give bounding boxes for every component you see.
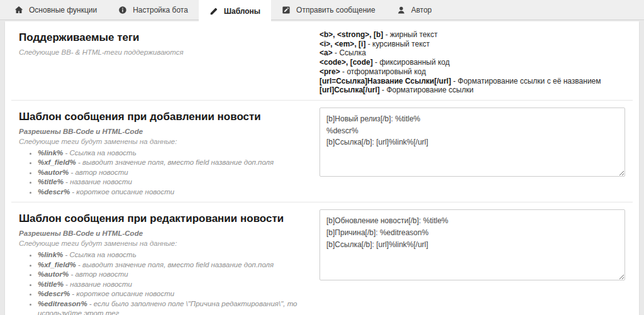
allowed-codes-note: Разрешены BB-Code и HTML-Code <box>19 128 312 135</box>
replace-hint: Следующие теги будут заменены на данные: <box>19 138 312 145</box>
section-title: Поддерживаемые теги <box>19 31 312 44</box>
tab-send-message[interactable]: Отправить сообщение <box>271 0 386 19</box>
tag-row: <i>, <em>, [i] - курсивный текст <box>319 40 625 49</box>
tab-label: Основные функции <box>29 6 97 14</box>
list-item: %link% - Ссылка на новость <box>38 250 312 260</box>
tab-author[interactable]: Автор <box>386 0 443 19</box>
tab-label: Отправить сообщение <box>296 6 375 14</box>
tab-templates[interactable]: Шаблоны <box>199 0 271 23</box>
tag-row: <code>, [code] - фиксированный код <box>319 58 625 67</box>
list-item: %descr% - короткое описание новости <box>38 289 312 299</box>
section-title: Шаблон сообщения при редактировании ново… <box>19 213 312 225</box>
list-item: %title% - название новости <box>38 177 312 187</box>
tag-row: <pre> - отформатировынй код <box>319 67 625 77</box>
section-supported-tags: Поддерживаемые теги Следующие BB- & HTML… <box>5 21 639 100</box>
list-item: %xf_field% - выводит значение поля, вмес… <box>38 158 312 168</box>
add-template-textarea[interactable]: [b]Новый релиз[/b]: %title% %descr% [b]С… <box>319 108 625 177</box>
allowed-codes-note: Разрешены BB-Code и HTML-Code <box>19 229 312 237</box>
home-icon <box>14 6 23 14</box>
tab-main-functions[interactable]: Основные функции <box>4 0 108 19</box>
section-subtitle: Следующие BB- & HTML-теги поддерживаются <box>19 48 312 56</box>
placeholder-list: %link% - Ссылка на новость %xf_field% - … <box>14 148 312 197</box>
list-item: %link% - Ссылка на новость <box>38 148 312 158</box>
list-item: %descr% - короткое описание новости <box>38 187 312 197</box>
list-item: %autor% - автор новости <box>38 168 312 178</box>
list-item: %title% - название новости <box>38 280 312 290</box>
user-icon <box>397 6 406 14</box>
replace-hint: Следующие теги будут заменены на данные: <box>19 240 312 247</box>
tab-label: Автор <box>411 6 432 14</box>
supported-tags-list: <b>, <strong>, [b] - жирный текст <i>, <… <box>319 26 625 95</box>
list-item: %xf_field% - выводит значение поля, вмес… <box>38 260 312 270</box>
info-icon <box>118 6 127 14</box>
edit-template-textarea[interactable]: [b]Обновление новости[/b]: %title% [b]Пр… <box>319 209 625 280</box>
tab-bar: Основные функции Настройка бота Шаблоны … <box>0 0 644 20</box>
tag-row: [url]Ссылка[/url] - Форматирование ссылк… <box>319 86 625 95</box>
section-add-template: Шаблон сообщения при добавлении новости … <box>5 101 639 202</box>
tab-bot-settings[interactable]: Настройка бота <box>108 0 199 19</box>
placeholder-list: %link% - Ссылка на новость %xf_field% - … <box>14 250 312 315</box>
tag-row: [url=Ссылка]Название Ссылки[/url] - Форм… <box>319 77 625 86</box>
tab-label: Шаблоны <box>224 7 260 16</box>
tab-label: Настройка бота <box>133 6 188 14</box>
list-item: %editreason% - если было заполнено поле … <box>38 299 312 315</box>
settings-panel: Поддерживаемые теги Следующие BB- & HTML… <box>5 21 639 315</box>
tag-row: <b>, <strong>, [b] - жирный текст <box>319 30 625 40</box>
section-title: Шаблон сообщения при добавлении новости <box>19 111 312 123</box>
section-edit-template: Шаблон сообщения при редактировании ново… <box>5 202 639 315</box>
tag-row: <a> - Ссылка <box>319 48 625 58</box>
pencil-icon <box>209 7 218 16</box>
list-item: %autor% - автор новости <box>38 270 312 280</box>
edit-square-icon <box>282 6 291 14</box>
